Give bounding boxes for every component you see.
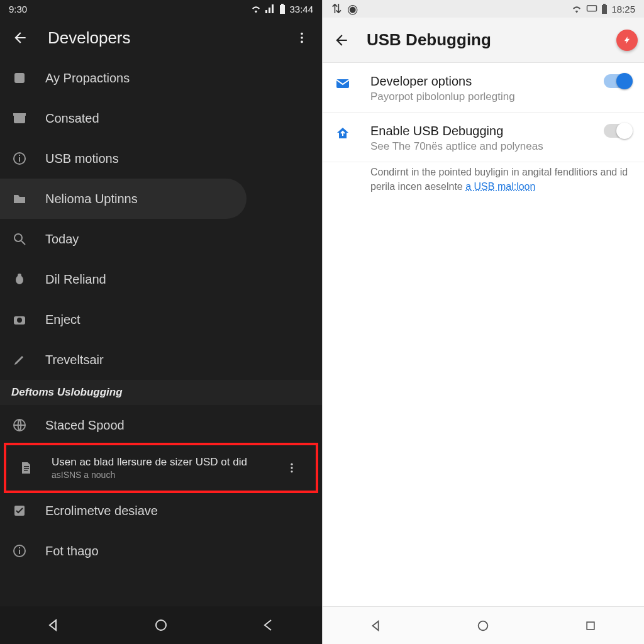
list-item-label: Today [45, 232, 79, 247]
page-title: USB Debugging [367, 30, 604, 50]
svg-rect-24 [19, 550, 20, 554]
svg-rect-25 [19, 547, 20, 548]
content-area: Developer optionsPayorpot pibolonlup por… [323, 63, 644, 606]
highlighted-item: Usen ac blad llersure de sizer USD ot di… [4, 443, 318, 493]
right-phone-screen: ⇅ ◉ 18:25 USB Debugging Developer option… [322, 0, 644, 644]
list-item[interactable]: USB motions [0, 138, 322, 179]
system-nav-bar [323, 606, 644, 644]
svg-rect-7 [19, 157, 20, 162]
archive-icon [11, 111, 28, 126]
status-extra: 33:44 [289, 4, 313, 14]
appbar: USB Debugging [323, 18, 644, 63]
list-item[interactable]: Ecrolimetve desiave [0, 491, 322, 531]
nav-back-icon [369, 619, 383, 633]
helper-link[interactable]: a USB mal:loon [465, 181, 535, 192]
toggle-switch[interactable] [604, 124, 631, 138]
list-item[interactable]: Ay Propactions [0, 58, 322, 98]
list-item-label: Enject [45, 313, 80, 327]
list-item[interactable]: Today [0, 219, 322, 259]
svg-point-2 [301, 41, 303, 43]
svg-point-19 [291, 464, 292, 465]
folder-icon [11, 191, 28, 206]
status-indicators-left: ⇅ ◉ [331, 3, 358, 15]
camera-icon [11, 312, 28, 327]
setting-texts: Enable USB DebuggingSee The 70nës aptlic… [370, 124, 590, 153]
checkbox-icon [11, 503, 28, 518]
wifi-icon [250, 4, 262, 13]
page-title: Developers [48, 28, 274, 48]
signal-icon [265, 4, 275, 13]
square-icon [11, 70, 28, 86]
svg-rect-8 [19, 155, 20, 156]
nav-home[interactable] [148, 613, 174, 638]
wifi-icon [571, 4, 582, 13]
svg-rect-17 [24, 468, 29, 469]
battery-icon [601, 4, 608, 14]
list-item-label: Ecrolimetve desiave [45, 504, 158, 518]
item-overflow-button[interactable] [279, 455, 304, 480]
more-vert-icon [295, 31, 309, 45]
nav-recent[interactable] [578, 613, 603, 638]
nav-back[interactable] [41, 613, 66, 638]
nav-back[interactable] [364, 613, 389, 638]
nav-recent-icon [261, 618, 276, 633]
setting-title: Enable USB Debugging [370, 124, 590, 138]
svg-line-10 [21, 241, 25, 245]
svg-point-12 [18, 274, 21, 277]
list-item-label: Fot thago [45, 544, 99, 558]
edit-icon [11, 352, 28, 367]
svg-point-29 [479, 621, 488, 630]
list-item[interactable]: Fot thago [0, 531, 322, 571]
list-item[interactable]: Nelioma Uptinns [0, 179, 247, 219]
list-item-label: Ay Propactions [45, 71, 130, 86]
status-bar: 9:30 33:44 [0, 0, 322, 18]
status-indicators-right: 18:25 [571, 4, 635, 14]
nav-home-icon [476, 619, 490, 633]
arrow-back-icon [12, 30, 28, 46]
settings-list: Ay PropactionsConsatedUSB motionsNelioma… [0, 58, 322, 606]
globe-icon [11, 418, 28, 433]
svg-rect-4 [14, 115, 25, 123]
list-item[interactable]: Dil Reliand [0, 259, 322, 299]
status-time: 18:25 [611, 4, 635, 14]
left-phone-screen: 9:30 33:44 Developers Ay PropactionsCons… [0, 0, 322, 644]
cast-icon [586, 4, 597, 13]
list-item-label: Dil Reliand [45, 272, 106, 287]
dot-icon: ◉ [347, 3, 358, 15]
list-item[interactable]: Treveltsair [0, 340, 322, 380]
info-icon [11, 543, 28, 558]
list-item-label: Usen ac blad llersure de sizer USD ot di… [52, 456, 262, 469]
back-button[interactable] [329, 28, 354, 53]
nav-back-icon [46, 618, 61, 633]
nav-recent-icon [584, 619, 597, 632]
list-item[interactable]: Enject [0, 299, 322, 340]
overflow-button[interactable] [289, 25, 314, 50]
svg-rect-5 [13, 113, 26, 116]
svg-point-21 [291, 470, 292, 472]
list-item[interactable]: Consated [0, 98, 322, 138]
lightning-icon [623, 36, 631, 45]
toggle-switch[interactable] [604, 74, 631, 88]
nav-home[interactable] [470, 613, 496, 638]
status-time: 9:30 [9, 4, 27, 14]
nav-recent[interactable] [256, 613, 281, 638]
svg-point-26 [156, 620, 166, 630]
setting-row[interactable]: Developer optionsPayorpot pibolonlup por… [323, 63, 644, 113]
svg-rect-27 [587, 6, 597, 11]
setting-row[interactable]: Enable USB DebuggingSee The 70nës aptlic… [323, 113, 644, 162]
section-header: Deftoms Uslobugging [0, 380, 322, 405]
arrow-back-icon [333, 32, 350, 48]
svg-rect-18 [24, 470, 28, 471]
list-item[interactable]: Staced Spood [0, 405, 322, 445]
status-indicators: 33:44 [250, 4, 313, 14]
svg-point-9 [14, 234, 22, 242]
signal-small-icon: ⇅ [331, 3, 342, 15]
battery-icon [279, 4, 286, 14]
list-item-label: Nelioma Uptinns [45, 192, 138, 206]
mail-icon [335, 74, 357, 94]
info-icon [11, 151, 28, 166]
list-item[interactable]: Usen ac blad llersure de sizer USD ot di… [6, 445, 316, 491]
action-badge[interactable] [616, 30, 638, 51]
back-button[interactable] [8, 25, 33, 50]
list-item-text: Usen ac blad llersure de sizer USD ot di… [52, 456, 262, 480]
